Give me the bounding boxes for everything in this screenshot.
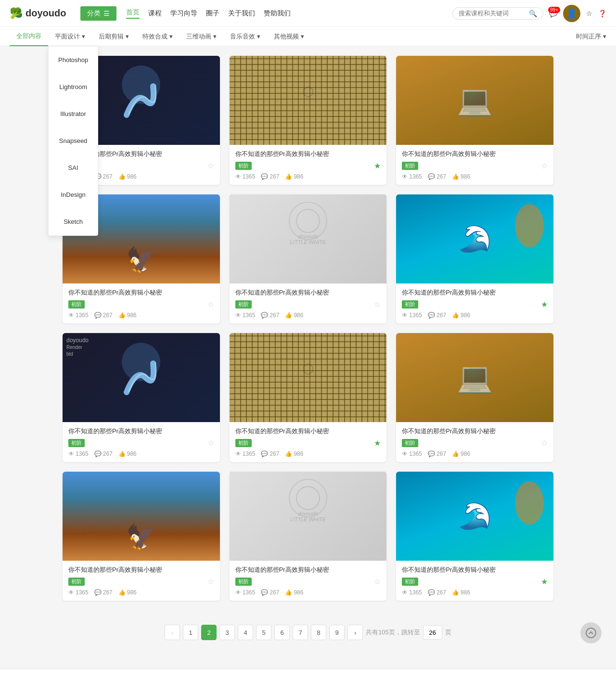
star-button[interactable]: ☆ — [374, 577, 381, 586]
comment-count: 267 — [436, 589, 446, 596]
card-tags: 初阶 — [402, 439, 418, 447]
logo-icon: 🥦 — [10, 7, 23, 20]
subnav-3d[interactable]: 三维动画 ▾ — [180, 27, 223, 46]
card-tag: 初阶 — [68, 300, 85, 309]
next-button[interactable]: › — [347, 625, 363, 640]
like-stat: 👍 986 — [118, 173, 137, 180]
star-button[interactable]: ★ — [541, 577, 548, 586]
subnav-editing[interactable]: 后期剪辑 ▾ — [92, 27, 136, 46]
card-item: 💻 你不知道的那些Pr高效剪辑小秘密 初阶 ☆ 👁 1365 💬 267 — [396, 56, 553, 185]
card-thumbnail: 🦅 — [63, 472, 220, 561]
sort-button[interactable]: 时间正序 ▾ — [576, 32, 606, 41]
logo-text: doyoudo — [26, 8, 66, 19]
star-button[interactable]: ☆ — [207, 438, 214, 448]
dd-illustrator[interactable]: Illustrator — [49, 101, 98, 128]
logo[interactable]: 🥦 doyoudo — [10, 7, 66, 20]
star-button[interactable]: ☆ — [541, 438, 548, 448]
dd-sketch[interactable]: Sketch — [49, 208, 98, 235]
card-tags: 初阶 — [235, 300, 252, 309]
nav-guide[interactable]: 学习向导 — [170, 9, 197, 18]
star-button[interactable]: ☆ — [374, 300, 381, 309]
nav-courses[interactable]: 课程 — [148, 9, 162, 18]
subnav-all[interactable]: 全部内容 — [10, 27, 48, 46]
like-stat: 👍 986 — [285, 589, 303, 596]
card-body: 你不知道的那些Pr高效剪辑小秘密 初阶 ☆ 👁 1365 💬 267 👍 — [396, 422, 553, 462]
comment-icon: 💬 — [428, 589, 435, 596]
dd-indesign[interactable]: InDesign — [49, 181, 98, 208]
page-2[interactable]: 2 — [201, 625, 217, 640]
like-stat: 👍 986 — [285, 312, 303, 319]
dd-lightroom[interactable]: Lightroom — [49, 74, 98, 101]
card-stats: 👁 1365 💬 267 👍 986 — [235, 173, 381, 180]
nav-sponsor[interactable]: 赞助我们 — [264, 9, 291, 18]
like-icon: 👍 — [118, 450, 126, 457]
subnav-graphic[interactable]: 平面设计 ▾ Photoshop Lightroom Illustrator S… — [48, 27, 92, 46]
page-9[interactable]: 9 — [329, 625, 345, 640]
like-stat: 👍 986 — [118, 450, 137, 457]
page-3[interactable]: 3 — [219, 625, 235, 640]
card-meta: 初阶 ☆ — [235, 300, 381, 309]
card-body: 你不知道的那些Pr高效剪辑小秘密 初阶 ★ 👁 1365 💬 267 👍 — [230, 145, 387, 185]
card-stats: 👁 1365 💬 267 👍 986 — [235, 589, 381, 596]
subnav-music[interactable]: 音乐音效 ▾ — [223, 27, 267, 46]
page-7[interactable]: 7 — [293, 625, 308, 640]
star-button[interactable]: ★ — [374, 161, 381, 170]
card-tags: 初阶 — [235, 578, 252, 586]
avatar[interactable]: 👤 — [563, 5, 580, 22]
card-title: 你不知道的那些Pr高效剪辑小秘密 — [235, 150, 381, 158]
card-thumbnail: doyoudoRenderbtd — [63, 333, 220, 422]
prev-button[interactable]: ‹ — [165, 625, 180, 640]
star-button[interactable]: ★ — [541, 300, 548, 309]
dd-photoshop[interactable]: Photoshop — [49, 47, 98, 74]
star-button[interactable]: ☆ — [541, 161, 548, 170]
like-icon: 👍 — [118, 589, 126, 596]
view-count: 1365 — [409, 450, 422, 457]
classify-button[interactable]: 分类 ☰ — [80, 6, 116, 21]
page-4[interactable]: 4 — [238, 625, 253, 640]
nav-community[interactable]: 圈子 — [206, 9, 219, 18]
search-input[interactable] — [459, 10, 526, 17]
card-thumbnail: 🌊 — [396, 194, 553, 283]
like-icon: 👍 — [285, 312, 292, 319]
card-stats: 👁 1365 💬 267 👍 986 — [402, 312, 548, 319]
view-count: 1365 — [76, 450, 89, 457]
nav-home[interactable]: 首页 — [126, 8, 140, 19]
chevron-down-icon4: ▾ — [213, 27, 217, 46]
comment-stat: 💬 267 — [261, 450, 279, 457]
page-jump-input[interactable] — [423, 625, 442, 640]
card-tag: 初阶 — [402, 578, 418, 586]
star-button[interactable]: ☆ — [207, 161, 214, 170]
subnav-other[interactable]: 其他视频 ▾ — [267, 27, 311, 46]
like-icon: 👍 — [285, 450, 292, 457]
eye-icon: 👁 — [402, 589, 408, 596]
dd-snapseed[interactable]: Snapseed — [49, 128, 98, 154]
page-info: 共有105页，跳转至 页 — [366, 625, 451, 640]
star-button[interactable]: ☆ — [207, 577, 214, 586]
card-meta: 初阶 ★ — [402, 577, 548, 586]
star-button[interactable]: ★ — [374, 438, 381, 448]
like-icon: 👍 — [118, 312, 126, 319]
eye-icon: 👁 — [235, 312, 241, 319]
help-icon[interactable]: ❓ — [598, 10, 606, 17]
star-button[interactable]: ☆ — [207, 300, 214, 309]
page-6[interactable]: 6 — [274, 625, 290, 640]
card-body: 你不知道的那些Pr高效剪辑小秘密 初阶 ☆ 👁 1365 💬 267 👍 — [63, 561, 220, 601]
subnav-vfx[interactable]: 特效合成 ▾ — [136, 27, 180, 46]
nav-about[interactable]: 关于我们 — [228, 9, 255, 18]
view-count: 1365 — [243, 312, 256, 319]
back-to-top[interactable] — [580, 622, 602, 643]
comment-count: 267 — [270, 589, 279, 596]
message-icon[interactable]: 💬 99+ — [549, 10, 557, 17]
search-icon[interactable]: 🔍 — [529, 10, 537, 17]
search-box[interactable]: 🔍 — [452, 7, 543, 20]
card-body: 你不知道的那些Pr高效剪辑小秘密 初阶 ★ 👁 1365 💬 267 👍 — [396, 561, 553, 601]
page-8[interactable]: 8 — [311, 625, 326, 640]
page-5[interactable]: 5 — [256, 625, 271, 640]
page-1[interactable]: 1 — [183, 625, 198, 640]
comment-stat: 💬 267 — [428, 312, 446, 319]
dd-sai[interactable]: SAI — [49, 154, 98, 181]
comment-icon: 💬 — [261, 173, 268, 180]
card-item: 💻 你不知道的那些Pr高效剪辑小秘密 初阶 ☆ 👁 1365 💬 267 — [396, 333, 553, 462]
comment-count: 267 — [436, 312, 446, 319]
star-icon[interactable]: ☆ — [586, 10, 592, 17]
